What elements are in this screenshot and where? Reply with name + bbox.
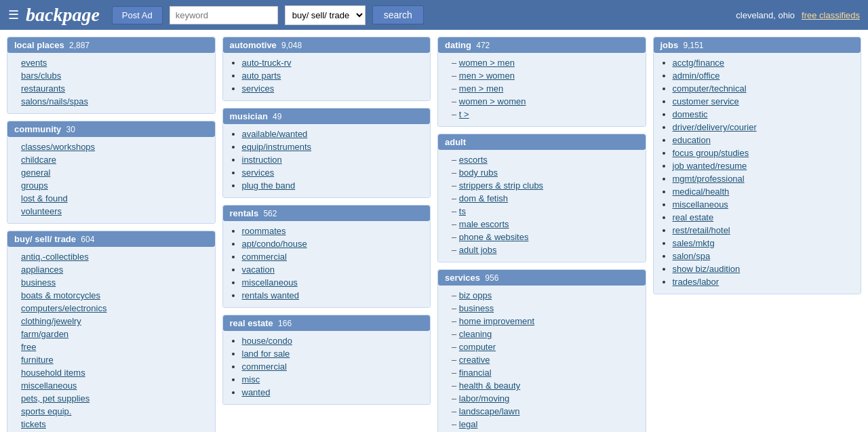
farm-link[interactable]: farm/garden [21,329,68,339]
groups-link[interactable]: groups [21,180,48,191]
lost-found-link[interactable]: lost & found [21,193,68,203]
body-rubs-link[interactable]: body rubs [459,168,498,178]
acctg-link[interactable]: acctg/finance [673,58,725,68]
list-item: miscellaneous [673,198,854,211]
roommates-link[interactable]: roommates [242,226,286,236]
salons-link[interactable]: salons/nails/spas [21,96,88,106]
phone-websites-link[interactable]: phone & websites [459,232,529,242]
rentals-wanted-link[interactable]: rentals wanted [242,290,300,300]
tickets-link[interactable]: tickets [21,419,46,429]
creative-link[interactable]: creative [459,355,490,365]
home-improvement-link[interactable]: home improvement [459,316,534,326]
list-item: household items [21,366,208,379]
available-wanted-link[interactable]: available/wanted [242,129,308,139]
apt-condo-link[interactable]: apt/condo/house [242,239,307,249]
medical-link[interactable]: medical/health [673,186,730,197]
vacation-link[interactable]: vacation [242,264,275,275]
mgmt-link[interactable]: mgmt/professional [673,174,745,184]
admin-link[interactable]: admin/office [673,71,720,81]
furniture-link[interactable]: furniture [21,355,54,365]
domestic-link[interactable]: domestic [673,109,708,119]
computer-svc-link[interactable]: computer [459,342,496,352]
column-2: automotive 9,048 auto-truck-rv auto part… [222,37,431,432]
women-men-link[interactable]: women > men [459,58,515,68]
labor-moving-link[interactable]: labor/moving [459,393,509,404]
business-bst-link[interactable]: business [21,277,56,288]
real-estate-jobs-link[interactable]: real estate [673,212,714,222]
post-ad-button[interactable]: Post Ad [112,6,163,24]
menu-icon[interactable]: ☰ [8,7,19,22]
antiq-link[interactable]: antiq.-collectibles [21,252,89,262]
health-beauty-link[interactable]: health & beauty [459,380,520,391]
list-item: focus group/studies [673,146,854,159]
men-men-link[interactable]: men > men [459,83,503,94]
ts-link[interactable]: ts [459,206,466,216]
musician-count: 49 [273,112,281,121]
rest-retail-link[interactable]: rest/retail/hotel [673,225,730,235]
sales-mktg-link[interactable]: sales/mktg [673,238,715,248]
misc-bst-link[interactable]: miscellaneous [21,380,77,391]
category-select[interactable]: buy/ sell/ trade all categories automoti… [285,5,366,25]
volunteers-link[interactable]: volunteers [21,206,62,216]
automotive-header: automotive 9,048 [223,37,431,53]
classes-link[interactable]: classes/workshops [21,142,95,152]
auto-parts-link[interactable]: auto parts [242,71,281,81]
biz-opps-link[interactable]: biz opps [459,290,492,300]
misc-rentals-link[interactable]: miscellaneous [242,277,298,288]
dating-count: 472 [476,41,490,50]
driver-link[interactable]: driver/delivery/courier [673,122,757,132]
women-women-link[interactable]: women > women [459,96,526,106]
show-biz-link[interactable]: show biz/audition [673,264,741,274]
adult-jobs-link[interactable]: adult jobs [459,245,497,255]
salon-spa-link[interactable]: salon/spa [673,251,711,261]
focus-group-link[interactable]: focus group/studies [673,148,749,158]
land-sale-link[interactable]: land for sale [242,349,290,359]
sports-link[interactable]: sports equip. [21,406,71,416]
auto-services-link[interactable]: services [242,83,275,94]
customer-service-link[interactable]: customer service [673,96,739,106]
childcare-link[interactable]: childcare [21,155,56,165]
strippers-link[interactable]: strippers & strip clubs [459,180,543,191]
musician-services-link[interactable]: services [242,168,275,178]
education-link[interactable]: education [673,135,711,145]
house-condo-link[interactable]: house/condo [242,336,292,346]
computer-tech-link[interactable]: computer/technical [673,83,747,94]
men-women-link[interactable]: men > women [459,71,515,81]
general-link[interactable]: general [21,168,50,178]
keyword-input[interactable] [170,6,278,24]
equip-link[interactable]: equip/instruments [242,142,312,152]
household-link[interactable]: household items [21,368,85,378]
financial-link[interactable]: financial [459,368,492,378]
free-link[interactable]: free [21,342,36,352]
events-link[interactable]: events [21,58,47,68]
plug-band-link[interactable]: plug the band [242,180,296,191]
wanted-re-link[interactable]: wanted [242,387,271,397]
cleaning-link[interactable]: cleaning [459,329,492,339]
escorts-link[interactable]: escorts [459,155,488,165]
landscape-link[interactable]: landscape/lawn [459,406,520,416]
computers-link[interactable]: computers/electronics [21,303,106,313]
appliances-link[interactable]: appliances [21,264,63,275]
t-link[interactable]: t > [459,109,469,119]
business-svc-link[interactable]: business [459,303,494,313]
boats-link[interactable]: boats & motorcycles [21,290,100,300]
misc-jobs-link[interactable]: miscellaneous [673,199,728,210]
dom-fetish-link[interactable]: dom & fetish [459,193,508,203]
list-item: business [452,302,639,315]
clothing-link[interactable]: clothing/jewelry [21,316,81,326]
commercial-re-link[interactable]: commercial [242,361,287,372]
bars-clubs-link[interactable]: bars/clubs [21,71,61,81]
pets-link[interactable]: pets, pet supplies [21,393,90,404]
list-item: trades/labor [673,275,854,288]
free-classifieds-link[interactable]: free classifieds [802,10,860,20]
auto-truck-link[interactable]: auto-truck-rv [242,58,292,68]
restaurants-link[interactable]: restaurants [21,83,65,94]
commercial-rentals-link[interactable]: commercial [242,252,287,262]
male-escorts-link[interactable]: male escorts [459,219,509,229]
misc-re-link[interactable]: misc [242,374,260,385]
trades-labor-link[interactable]: trades/labor [673,277,719,287]
legal-link[interactable]: legal [459,419,477,429]
search-button[interactable]: search [372,5,424,24]
job-wanted-link[interactable]: job wanted/resume [673,161,747,171]
instruction-link[interactable]: instruction [242,155,282,165]
